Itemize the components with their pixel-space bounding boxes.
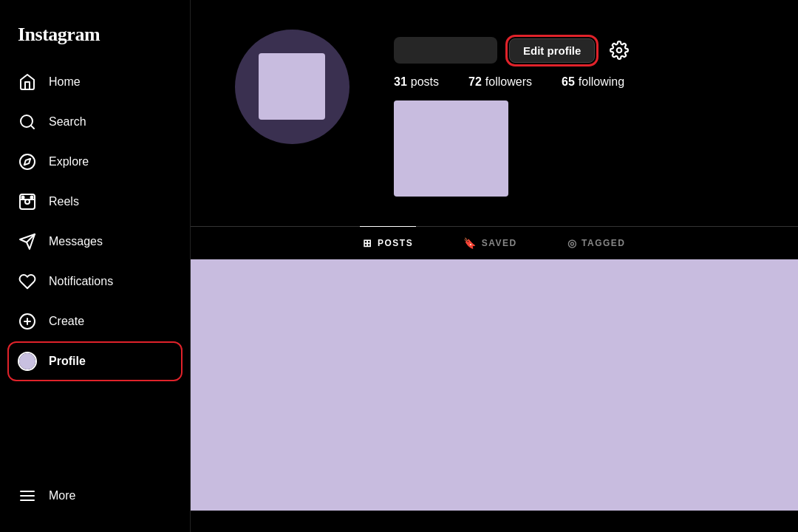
stat-posts-count: 31 — [394, 75, 407, 89]
stat-followers-label: followers — [485, 75, 532, 89]
avatar-container — [235, 30, 349, 144]
stat-followers: 72 followers — [468, 75, 532, 89]
sidebar-item-messages-label: Messages — [49, 235, 103, 248]
sidebar-bottom: More — [9, 477, 181, 520]
create-icon — [18, 312, 37, 331]
sidebar-item-notifications[interactable]: Notifications — [9, 263, 181, 300]
sidebar-item-explore[interactable]: Explore — [9, 143, 181, 180]
avatar — [235, 30, 349, 144]
tab-posts-label: POSTS — [378, 238, 413, 248]
svg-point-6 — [22, 197, 24, 199]
sidebar-item-explore-label: Explore — [49, 155, 89, 168]
app-logo: Instagram — [9, 12, 181, 64]
main-content: Edit profile 31 posts 72 followers — [191, 0, 798, 532]
search-icon — [18, 112, 37, 132]
profile-info: Edit profile 31 posts 72 followers — [394, 30, 768, 197]
sidebar-item-create-label: Create — [49, 315, 84, 328]
stat-posts: 31 posts — [394, 75, 439, 89]
sidebar-item-home[interactable]: Home — [9, 64, 181, 100]
home-icon — [18, 72, 37, 92]
stat-following: 65 following — [562, 75, 624, 89]
sidebar-item-home-label: Home — [49, 75, 81, 89]
highlight-item[interactable] — [394, 100, 508, 197]
sidebar-item-more-label: More — [49, 489, 75, 502]
sidebar-item-more[interactable]: More — [9, 477, 181, 514]
svg-marker-3 — [24, 159, 30, 165]
sidebar: Instagram Home Search — [0, 0, 191, 532]
profile-tabs-section: ⊞ POSTS 🔖 SAVED ◎ TAGGED — [191, 226, 798, 259]
avatar-placeholder — [259, 53, 325, 120]
svg-line-1 — [31, 126, 34, 129]
more-icon — [18, 486, 37, 505]
tab-saved-label: SAVED — [482, 238, 517, 248]
explore-icon — [18, 152, 37, 171]
sidebar-item-messages[interactable]: Messages — [9, 223, 181, 260]
profile-avatar-icon — [18, 352, 37, 371]
highlight-box — [394, 100, 508, 197]
sidebar-item-reels[interactable]: Reels — [9, 183, 181, 220]
profile-highlights — [394, 100, 768, 197]
reels-icon — [18, 192, 37, 211]
sidebar-item-profile[interactable]: Profile — [9, 343, 181, 380]
svg-point-7 — [31, 197, 33, 199]
sidebar-item-profile-label: Profile — [49, 355, 86, 368]
stat-followers-count: 72 — [468, 75, 482, 89]
posts-content-placeholder — [191, 259, 798, 511]
svg-point-2 — [20, 154, 35, 169]
profile-tabs: ⊞ POSTS 🔖 SAVED ◎ TAGGED — [191, 227, 798, 259]
profile-actions-row: Edit profile — [394, 37, 768, 64]
stat-following-label: following — [579, 75, 624, 89]
sidebar-item-reels-label: Reels — [49, 195, 79, 208]
username-placeholder — [394, 37, 497, 64]
settings-button[interactable] — [607, 38, 632, 63]
sidebar-item-create[interactable]: Create — [9, 303, 181, 340]
profile-header: Edit profile 31 posts 72 followers — [191, 0, 798, 211]
edit-profile-button[interactable]: Edit profile — [509, 38, 595, 63]
sidebar-item-search-label: Search — [49, 115, 86, 129]
stat-posts-label: posts — [411, 75, 439, 89]
tab-tagged[interactable]: ◎ TAGGED — [565, 226, 629, 259]
saved-tab-icon: 🔖 — [463, 237, 477, 249]
svg-point-17 — [617, 48, 622, 53]
posts-tab-icon: ⊞ — [363, 237, 373, 249]
tagged-tab-icon: ◎ — [567, 237, 578, 249]
sidebar-nav: Home Search Explore — [9, 64, 181, 477]
tab-posts[interactable]: ⊞ POSTS — [360, 226, 416, 259]
notifications-icon — [18, 272, 37, 291]
sidebar-item-notifications-label: Notifications — [49, 275, 113, 288]
tab-tagged-label: TAGGED — [582, 238, 625, 248]
sidebar-item-search[interactable]: Search — [9, 103, 181, 140]
tab-saved[interactable]: 🔖 SAVED — [460, 226, 519, 259]
stat-following-count: 65 — [562, 75, 575, 89]
messages-icon — [18, 232, 37, 251]
profile-stats: 31 posts 72 followers 65 following — [394, 75, 768, 89]
